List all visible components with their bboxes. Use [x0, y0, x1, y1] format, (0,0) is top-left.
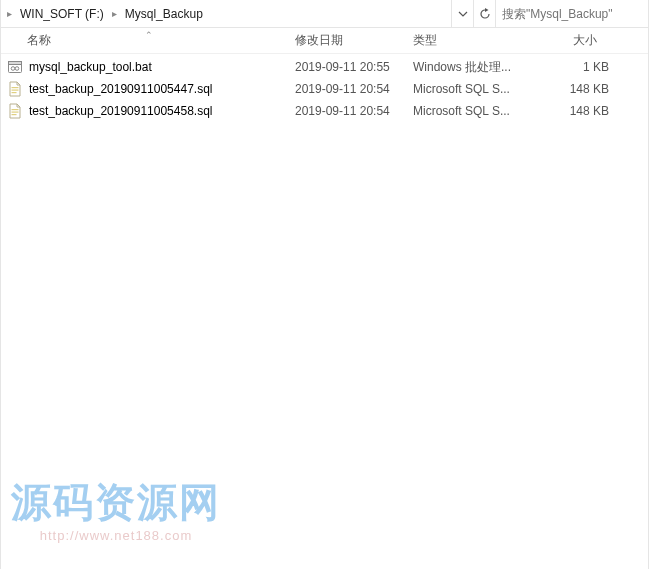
svg-rect-7	[12, 109, 19, 110]
chevron-right-icon[interactable]: ▸	[5, 0, 14, 27]
svg-rect-8	[12, 112, 19, 113]
file-type: Microsoft SQL S...	[407, 82, 527, 96]
file-row[interactable]: mysql_backup_tool.bat 2019-09-11 20:55 W…	[1, 56, 648, 78]
file-row[interactable]: test_backup_20190911005447.sql 2019-09-1…	[1, 78, 648, 100]
bat-file-icon	[7, 59, 23, 75]
file-row[interactable]: test_backup_20190911005458.sql 2019-09-1…	[1, 100, 648, 122]
sql-file-icon	[7, 103, 23, 119]
file-size: 148 KB	[527, 82, 615, 96]
column-header-type[interactable]: 类型	[407, 32, 527, 49]
address-dropdown-button[interactable]	[451, 0, 473, 27]
file-name: test_backup_20190911005458.sql	[29, 104, 213, 118]
sql-file-icon	[7, 81, 23, 97]
sort-indicator-icon: ⌃	[145, 30, 153, 40]
watermark-title: 源码资源网	[11, 475, 221, 530]
file-date: 2019-09-11 20:54	[289, 82, 407, 96]
file-name: test_backup_20190911005447.sql	[29, 82, 213, 96]
breadcrumb: ▸ WIN_SOFT (F:) ▸ Mysql_Backup	[1, 0, 451, 27]
chevron-right-icon[interactable]: ▸	[110, 0, 119, 27]
search-input[interactable]	[502, 7, 642, 21]
svg-rect-5	[12, 90, 19, 91]
svg-rect-1	[9, 62, 22, 65]
breadcrumb-item-drive[interactable]: WIN_SOFT (F:)	[14, 0, 110, 27]
column-headers: ⌃ 名称 修改日期 类型 大小	[1, 28, 648, 54]
address-bar: ▸ WIN_SOFT (F:) ▸ Mysql_Backup	[1, 0, 648, 28]
column-header-size[interactable]: 大小	[527, 32, 615, 49]
svg-rect-9	[12, 114, 17, 115]
svg-rect-4	[12, 87, 19, 88]
file-type: Microsoft SQL S...	[407, 104, 527, 118]
file-name: mysql_backup_tool.bat	[29, 60, 152, 74]
breadcrumb-item-folder[interactable]: Mysql_Backup	[119, 0, 209, 27]
column-header-date[interactable]: 修改日期	[289, 32, 407, 49]
file-date: 2019-09-11 20:54	[289, 104, 407, 118]
svg-rect-6	[12, 92, 17, 93]
file-size: 148 KB	[527, 104, 615, 118]
file-size: 1 KB	[527, 60, 615, 74]
file-date: 2019-09-11 20:55	[289, 60, 407, 74]
watermark-url: http://www.net188.com	[11, 528, 221, 543]
refresh-button[interactable]	[473, 0, 495, 27]
watermark: 源码资源网 http://www.net188.com	[11, 475, 221, 543]
file-list: mysql_backup_tool.bat 2019-09-11 20:55 W…	[1, 54, 648, 122]
file-type: Windows 批处理...	[407, 59, 527, 76]
search-box[interactable]	[495, 0, 648, 27]
